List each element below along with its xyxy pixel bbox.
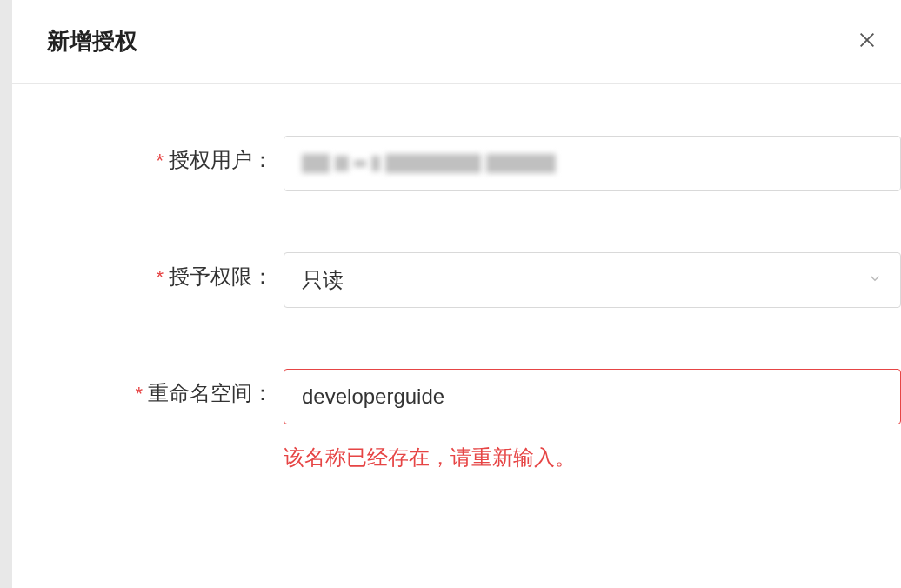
chevron-down-icon xyxy=(867,271,883,291)
close-icon[interactable] xyxy=(858,30,875,54)
permission-select-wrap: 只读 xyxy=(284,252,901,308)
required-asterisk: * xyxy=(156,266,164,288)
user-input[interactable] xyxy=(284,136,901,191)
permission-value: 只读 xyxy=(302,266,344,294)
namespace-error-message: 该名称已经存在，请重新输入。 xyxy=(284,444,901,471)
namespace-input-wrap: 该名称已经存在，请重新输入。 xyxy=(284,369,901,471)
namespace-input[interactable] xyxy=(284,369,901,424)
add-authorization-dialog: 新增授权 *授权用户： xyxy=(12,0,901,588)
form-row-user: *授权用户： xyxy=(12,136,901,191)
dialog-title: 新增授权 xyxy=(47,26,137,57)
user-label: *授权用户： xyxy=(99,136,273,174)
form-row-permission: *授予权限： 只读 xyxy=(12,252,901,308)
required-asterisk: * xyxy=(156,150,164,171)
redacted-user-value xyxy=(302,137,556,190)
permission-label: *授予权限： xyxy=(99,252,273,291)
form-row-namespace: *重命名空间： 该名称已经存在，请重新输入。 xyxy=(12,369,901,471)
user-input-wrap xyxy=(284,136,901,191)
namespace-label: *重命名空间： xyxy=(99,369,273,407)
dialog-body: *授权用户： *授予权限： xyxy=(12,84,901,471)
permission-select[interactable]: 只读 xyxy=(284,252,901,308)
dialog-backdrop xyxy=(0,0,12,588)
dialog-header: 新增授权 xyxy=(12,0,901,84)
required-asterisk: * xyxy=(135,383,143,404)
